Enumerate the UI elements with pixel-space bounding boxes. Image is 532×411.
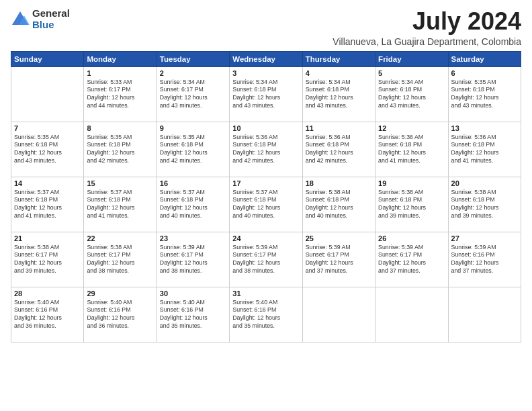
day-number: 15 <box>87 179 153 187</box>
day-number: 6 <box>451 69 518 77</box>
calendar-cell: 18Sunrise: 5:38 AM Sunset: 6:18 PM Dayli… <box>302 177 375 232</box>
day-number: 8 <box>87 124 153 132</box>
calendar-cell: 6Sunrise: 5:35 AM Sunset: 6:18 PM Daylig… <box>448 66 521 122</box>
calendar-cell: 30Sunrise: 5:40 AM Sunset: 6:16 PM Dayli… <box>157 287 229 342</box>
calendar-cell: 13Sunrise: 5:36 AM Sunset: 6:18 PM Dayli… <box>448 122 521 177</box>
calendar-cell: 7Sunrise: 5:35 AM Sunset: 6:18 PM Daylig… <box>11 122 84 177</box>
day-info: Sunrise: 5:39 AM Sunset: 6:17 PM Dayligh… <box>306 244 372 276</box>
calendar: SundayMondayTuesdayWednesdayThursdayFrid… <box>11 51 521 342</box>
logo-text: General Blue <box>32 8 70 30</box>
day-number: 26 <box>378 234 445 242</box>
calendar-cell: 16Sunrise: 5:37 AM Sunset: 6:18 PM Dayli… <box>157 177 229 232</box>
day-number: 24 <box>232 234 299 242</box>
calendar-cell: 28Sunrise: 5:40 AM Sunset: 6:16 PM Dayli… <box>11 287 84 342</box>
calendar-cell: 5Sunrise: 5:34 AM Sunset: 6:18 PM Daylig… <box>375 66 448 122</box>
weekday-header-row: SundayMondayTuesdayWednesdayThursdayFrid… <box>11 51 521 66</box>
logo-blue: Blue <box>32 19 70 31</box>
page: General Blue July 2024 Villanueva, La Gu… <box>0 0 532 411</box>
day-info: Sunrise: 5:40 AM Sunset: 6:16 PM Dayligh… <box>87 299 153 331</box>
calendar-cell: 20Sunrise: 5:38 AM Sunset: 6:18 PM Dayli… <box>448 177 521 232</box>
calendar-cell: 14Sunrise: 5:37 AM Sunset: 6:18 PM Dayli… <box>11 177 84 232</box>
day-number: 11 <box>306 124 372 132</box>
calendar-cell: 19Sunrise: 5:38 AM Sunset: 6:18 PM Dayli… <box>375 177 448 232</box>
calendar-cell: 25Sunrise: 5:39 AM Sunset: 6:17 PM Dayli… <box>302 232 375 287</box>
calendar-cell: 21Sunrise: 5:38 AM Sunset: 6:17 PM Dayli… <box>11 232 84 287</box>
day-info: Sunrise: 5:33 AM Sunset: 6:17 PM Dayligh… <box>87 79 153 111</box>
calendar-cell <box>302 287 375 342</box>
day-info: Sunrise: 5:34 AM Sunset: 6:17 PM Dayligh… <box>160 79 226 111</box>
day-info: Sunrise: 5:37 AM Sunset: 6:18 PM Dayligh… <box>87 189 153 221</box>
title-block: July 2024 Villanueva, La Guajira Departm… <box>332 8 521 47</box>
day-info: Sunrise: 5:38 AM Sunset: 6:18 PM Dayligh… <box>306 189 372 221</box>
calendar-week-row: 7Sunrise: 5:35 AM Sunset: 6:18 PM Daylig… <box>11 122 521 177</box>
day-info: Sunrise: 5:37 AM Sunset: 6:18 PM Dayligh… <box>14 189 81 221</box>
calendar-cell <box>448 287 521 342</box>
calendar-cell: 11Sunrise: 5:36 AM Sunset: 6:18 PM Dayli… <box>302 122 375 177</box>
weekday-header: Sunday <box>11 51 84 66</box>
calendar-cell: 15Sunrise: 5:37 AM Sunset: 6:18 PM Dayli… <box>84 177 157 232</box>
logo-icon <box>11 10 30 29</box>
day-info: Sunrise: 5:39 AM Sunset: 6:17 PM Dayligh… <box>160 244 226 276</box>
day-number: 17 <box>232 179 299 187</box>
location: Villanueva, La Guajira Department, Colom… <box>332 36 521 47</box>
day-number: 1 <box>87 69 153 77</box>
month-year: July 2024 <box>332 8 521 35</box>
calendar-cell: 1Sunrise: 5:33 AM Sunset: 6:17 PM Daylig… <box>84 66 157 122</box>
day-info: Sunrise: 5:40 AM Sunset: 6:16 PM Dayligh… <box>14 299 81 331</box>
calendar-cell: 29Sunrise: 5:40 AM Sunset: 6:16 PM Dayli… <box>84 287 157 342</box>
day-number: 7 <box>14 124 81 132</box>
day-number: 2 <box>160 69 226 77</box>
day-info: Sunrise: 5:40 AM Sunset: 6:16 PM Dayligh… <box>160 299 226 331</box>
calendar-cell: 31Sunrise: 5:40 AM Sunset: 6:16 PM Dayli… <box>230 287 302 342</box>
day-number: 10 <box>232 124 299 132</box>
weekday-header: Tuesday <box>157 51 229 66</box>
day-info: Sunrise: 5:35 AM Sunset: 6:18 PM Dayligh… <box>160 134 226 166</box>
weekday-header: Saturday <box>448 51 521 66</box>
day-info: Sunrise: 5:36 AM Sunset: 6:18 PM Dayligh… <box>451 134 518 166</box>
calendar-cell <box>11 66 84 122</box>
day-info: Sunrise: 5:37 AM Sunset: 6:18 PM Dayligh… <box>160 189 226 221</box>
day-number: 31 <box>232 289 299 298</box>
day-info: Sunrise: 5:40 AM Sunset: 6:16 PM Dayligh… <box>232 299 299 331</box>
day-number: 4 <box>306 69 372 77</box>
day-number: 12 <box>378 124 445 132</box>
weekday-header: Monday <box>84 51 157 66</box>
day-info: Sunrise: 5:38 AM Sunset: 6:17 PM Dayligh… <box>14 244 81 276</box>
day-number: 16 <box>160 179 226 187</box>
weekday-header: Wednesday <box>230 51 302 66</box>
calendar-week-row: 14Sunrise: 5:37 AM Sunset: 6:18 PM Dayli… <box>11 177 521 232</box>
day-info: Sunrise: 5:36 AM Sunset: 6:18 PM Dayligh… <box>378 134 445 166</box>
day-number: 29 <box>87 289 153 298</box>
day-info: Sunrise: 5:37 AM Sunset: 6:18 PM Dayligh… <box>232 189 299 221</box>
day-number: 9 <box>160 124 226 132</box>
header: General Blue July 2024 Villanueva, La Gu… <box>11 8 521 47</box>
day-info: Sunrise: 5:39 AM Sunset: 6:17 PM Dayligh… <box>232 244 299 276</box>
day-info: Sunrise: 5:35 AM Sunset: 6:18 PM Dayligh… <box>14 134 81 166</box>
day-number: 14 <box>14 179 81 187</box>
day-info: Sunrise: 5:38 AM Sunset: 6:18 PM Dayligh… <box>378 189 445 221</box>
calendar-cell: 24Sunrise: 5:39 AM Sunset: 6:17 PM Dayli… <box>230 232 302 287</box>
calendar-cell: 3Sunrise: 5:34 AM Sunset: 6:18 PM Daylig… <box>230 66 302 122</box>
day-info: Sunrise: 5:36 AM Sunset: 6:18 PM Dayligh… <box>306 134 372 166</box>
day-info: Sunrise: 5:35 AM Sunset: 6:18 PM Dayligh… <box>87 134 153 166</box>
logo-general: General <box>32 8 70 19</box>
calendar-cell: 9Sunrise: 5:35 AM Sunset: 6:18 PM Daylig… <box>157 122 229 177</box>
day-number: 30 <box>160 289 226 298</box>
day-number: 5 <box>378 69 445 77</box>
calendar-cell: 4Sunrise: 5:34 AM Sunset: 6:18 PM Daylig… <box>302 66 375 122</box>
day-number: 25 <box>306 234 372 242</box>
day-number: 3 <box>232 69 299 77</box>
calendar-cell: 10Sunrise: 5:36 AM Sunset: 6:18 PM Dayli… <box>230 122 302 177</box>
day-number: 13 <box>451 124 518 132</box>
calendar-cell: 17Sunrise: 5:37 AM Sunset: 6:18 PM Dayli… <box>230 177 302 232</box>
calendar-week-row: 28Sunrise: 5:40 AM Sunset: 6:16 PM Dayli… <box>11 287 521 342</box>
day-info: Sunrise: 5:36 AM Sunset: 6:18 PM Dayligh… <box>232 134 299 166</box>
day-number: 23 <box>160 234 226 242</box>
day-info: Sunrise: 5:39 AM Sunset: 6:16 PM Dayligh… <box>451 244 518 276</box>
day-info: Sunrise: 5:39 AM Sunset: 6:17 PM Dayligh… <box>378 244 445 276</box>
day-number: 20 <box>451 179 518 187</box>
day-info: Sunrise: 5:34 AM Sunset: 6:18 PM Dayligh… <box>378 79 445 111</box>
calendar-week-row: 1Sunrise: 5:33 AM Sunset: 6:17 PM Daylig… <box>11 66 521 122</box>
day-number: 18 <box>306 179 372 187</box>
weekday-header: Thursday <box>302 51 375 66</box>
